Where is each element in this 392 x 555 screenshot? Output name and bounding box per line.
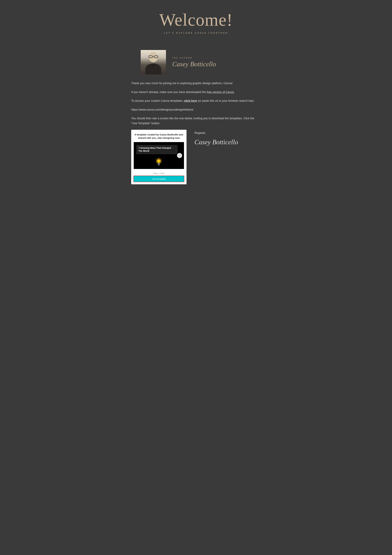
para-1: Thank you very much for joining me in ex… — [131, 81, 261, 86]
subtitle: LET'S EXPLORE CANVA TOGETHER — [131, 32, 261, 34]
welcome-title: Welcome! — [131, 11, 261, 29]
para-4: You should then see a screen like the on… — [131, 116, 261, 126]
free-canva-link[interactable]: free version of Canva — [207, 90, 234, 94]
use-template-button[interactable]: Use template — [134, 176, 184, 182]
author-photo — [141, 50, 166, 74]
para-2-prefix: If you haven't already, make sure you ha… — [131, 90, 207, 94]
lightbulb-icon — [155, 157, 163, 168]
svg-rect-14 — [158, 164, 160, 165]
template-title: 7 Amazing Ideas That Changed The World — [136, 145, 178, 154]
header: Welcome! LET'S EXPLORE CANVA TOGETHER — [131, 6, 261, 44]
body-content: Thank you very much for joining me in ex… — [131, 81, 261, 126]
use-template-wrapper: Use template — [133, 175, 184, 182]
author-info: THE AUTHOR Casey Botticello — [172, 57, 261, 68]
svg-line-12 — [162, 158, 163, 159]
para-3-suffix: (or paste this url in your browser searc… — [197, 99, 254, 102]
svg-line-11 — [155, 158, 156, 159]
author-photo-inner — [141, 50, 166, 74]
svg-rect-13 — [158, 163, 160, 164]
template-overlay: 7 Amazing Ideas That Changed The World — [136, 145, 178, 154]
click-here-link[interactable]: click here — [184, 99, 197, 102]
svg-rect-15 — [158, 165, 160, 166]
para-2-suffix: . — [234, 90, 235, 94]
signature: Casey Botticello — [194, 138, 261, 146]
canva-preview-card: A template created by Casey Botticello w… — [131, 130, 186, 184]
url-text: https://www.canva.com/designyourdesignli… — [131, 107, 261, 112]
page: Welcome! LET'S EXPLORE CANVA TOGETHER — [125, 0, 267, 555]
svg-rect-0 — [149, 56, 152, 58]
regards-section: Regards, Casey Botticello — [194, 130, 261, 146]
para-2: If you haven't already, make sure you ha… — [131, 90, 261, 95]
next-button[interactable] — [177, 153, 182, 158]
glasses-icon — [149, 55, 158, 58]
author-label: THE AUTHOR — [172, 57, 261, 59]
screenshot-area: A template created by Casey Botticello w… — [131, 130, 261, 184]
regards-text: Regards, — [194, 131, 261, 135]
para-3: To access your custom Canva templates, c… — [131, 98, 261, 103]
canva-share-text: A template created by Casey Botticello w… — [134, 133, 184, 139]
size-label: 560px × 315px — [131, 171, 186, 175]
tie-icon — [152, 64, 155, 70]
para-3-prefix: To access your custom Canva templates, — [131, 99, 184, 102]
svg-rect-1 — [154, 56, 158, 58]
canva-template-box: 7 Amazing Ideas That Changed The World — [134, 142, 184, 169]
canva-preview-inner: A template created by Casey Botticello w… — [131, 130, 186, 171]
author-name: Casey Botticello — [172, 60, 261, 68]
author-section: THE AUTHOR Casey Botticello — [131, 50, 261, 74]
svg-point-9 — [158, 160, 160, 162]
